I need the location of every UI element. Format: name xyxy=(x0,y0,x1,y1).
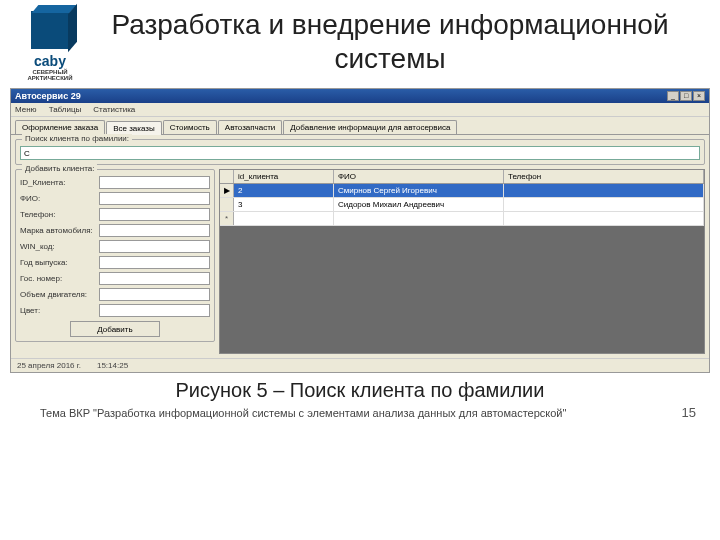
footer-text: Тема ВКР "Разработка информационной сист… xyxy=(40,407,566,419)
tab-add-info[interactable]: Добавление информации для автосервиса xyxy=(283,120,457,134)
input-plate[interactable] xyxy=(99,272,210,285)
input-year[interactable] xyxy=(99,256,210,269)
logo: caby СЕВЕРНЫЙ АРКТИЧЕСКИЙ xyxy=(10,8,90,83)
grid-header-id[interactable]: id_клиента xyxy=(234,170,334,183)
tab-order[interactable]: Оформление заказа xyxy=(15,120,105,134)
label-id: ID_Клиента: xyxy=(20,178,99,187)
input-id[interactable] xyxy=(99,176,210,189)
table-row-new[interactable]: * xyxy=(220,212,704,226)
search-group-label: Поиск клиента по фамилии: xyxy=(22,134,132,143)
close-button[interactable]: × xyxy=(693,91,705,101)
page-title: Разработка и внедрение информационной си… xyxy=(100,8,720,75)
slide-footer: Тема ВКР "Разработка информационной сист… xyxy=(0,402,720,420)
grid-header-fio[interactable]: ФИО xyxy=(334,170,504,183)
search-group: Поиск клиента по фамилии: xyxy=(15,139,705,165)
maximize-button[interactable]: □ xyxy=(680,91,692,101)
row-indicator-icon: ▶ xyxy=(220,184,234,197)
grid-header-selector[interactable] xyxy=(220,170,234,183)
grid-header: id_клиента ФИО Телефон xyxy=(220,170,704,184)
status-date: 25 апреля 2016 г. xyxy=(17,361,81,370)
input-brand[interactable] xyxy=(99,224,210,237)
add-button[interactable]: Добавить xyxy=(70,321,160,337)
new-row-icon: * xyxy=(220,212,234,225)
label-tel: Телефон: xyxy=(20,210,99,219)
grid-header-tel[interactable]: Телефон xyxy=(504,170,704,183)
search-input[interactable] xyxy=(20,146,700,160)
input-engine[interactable] xyxy=(99,288,210,301)
input-vin[interactable] xyxy=(99,240,210,253)
label-engine: Объем двигателя: xyxy=(20,290,99,299)
menubar: Меню Таблицы Статистика xyxy=(11,103,709,117)
window-controls: _ □ × xyxy=(667,91,705,101)
cell-id: 2 xyxy=(234,184,334,197)
tab-parts[interactable]: Автозапчасти xyxy=(218,120,283,134)
cell-tel xyxy=(504,198,704,211)
logo-sub2: АРКТИЧЕСКИЙ xyxy=(28,75,73,81)
status-time: 15:14:25 xyxy=(97,361,128,370)
tab-all-orders[interactable]: Все заказы xyxy=(106,121,162,135)
table-row[interactable]: 3 Сидоров Михаил Андреевич xyxy=(220,198,704,212)
tab-strip: Оформление заказа Все заказы Стоимость А… xyxy=(11,117,709,135)
label-plate: Гос. номер: xyxy=(20,274,99,283)
table-row[interactable]: ▶ 2 Смирнов Сергей Игоревич xyxy=(220,184,704,198)
tab-cost[interactable]: Стоимость xyxy=(163,120,217,134)
row-indicator-icon xyxy=(220,198,234,211)
app-window: Автосервис 29 _ □ × Меню Таблицы Статист… xyxy=(10,88,710,373)
add-group-label: Добавить клиента: xyxy=(22,164,97,173)
figure-caption: Рисунок 5 – Поиск клиента по фамилии xyxy=(0,379,720,402)
add-client-group: Добавить клиента: ID_Клиента: ФИО: Телеф… xyxy=(15,169,215,342)
label-year: Год выпуска: xyxy=(20,258,99,267)
tab-content: Поиск клиента по фамилии: Добавить клиен… xyxy=(11,135,709,358)
menu-item-main[interactable]: Меню xyxy=(15,105,37,114)
titlebar: Автосервис 29 _ □ × xyxy=(11,89,709,103)
menu-item-tables[interactable]: Таблицы xyxy=(49,105,82,114)
page-number: 15 xyxy=(682,405,696,420)
input-tel[interactable] xyxy=(99,208,210,221)
label-fio: ФИО: xyxy=(20,194,99,203)
label-color: Цвет: xyxy=(20,306,99,315)
cell-fio: Смирнов Сергей Игоревич xyxy=(334,184,504,197)
input-fio[interactable] xyxy=(99,192,210,205)
logo-text: caby xyxy=(34,53,66,69)
cell-id: 3 xyxy=(234,198,334,211)
window-title: Автосервис 29 xyxy=(15,91,81,101)
input-color[interactable] xyxy=(99,304,210,317)
menu-item-stats[interactable]: Статистика xyxy=(93,105,135,114)
clients-grid[interactable]: id_клиента ФИО Телефон ▶ 2 Смирнов Серге… xyxy=(219,169,705,354)
statusbar: 25 апреля 2016 г. 15:14:25 xyxy=(11,358,709,372)
label-vin: WIN_код: xyxy=(20,242,99,251)
label-brand: Марка автомобиля: xyxy=(20,226,99,235)
minimize-button[interactable]: _ xyxy=(667,91,679,101)
cell-tel xyxy=(504,184,704,197)
cell-fio: Сидоров Михаил Андреевич xyxy=(334,198,504,211)
